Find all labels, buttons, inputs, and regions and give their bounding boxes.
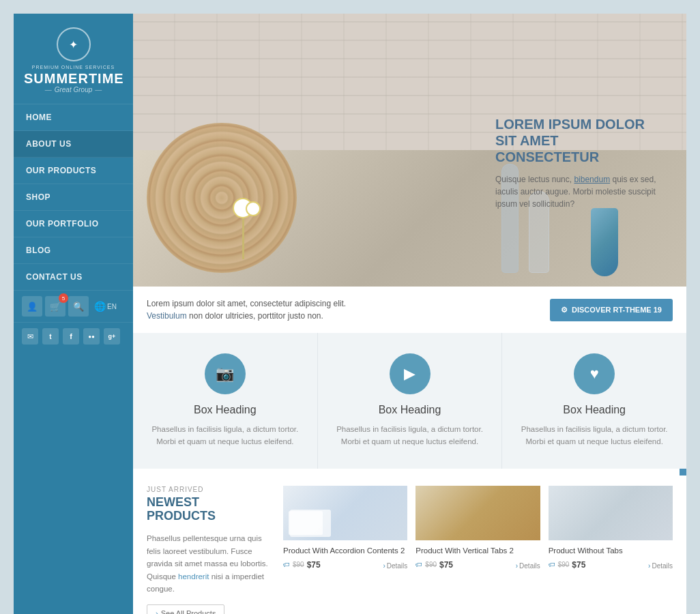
- new-price-2: $75: [439, 560, 453, 570]
- product-name-1: Product With Accordion Contents 2: [283, 546, 407, 556]
- old-price-3: $90: [558, 561, 570, 568]
- price-tag-icon-3: 🏷: [549, 561, 555, 568]
- nav-item-home[interactable]: HOME: [14, 104, 133, 131]
- features-section: 📷 Box Heading Phasellus in facilisis lig…: [133, 333, 686, 469]
- discover-button[interactable]: ⚙ DISCOVER RT-THEME 19: [550, 299, 673, 321]
- sidebar: PREMIUM ONLINE SERVICES SUMMERTIME Great…: [14, 14, 133, 614]
- googleplus-icon[interactable]: g+: [104, 328, 120, 345]
- just-arrived-label: JUST ARRIVED: [147, 486, 269, 493]
- see-all-button[interactable]: See All Products: [147, 604, 224, 614]
- logo-main-text: SUMMERTIME: [24, 71, 123, 86]
- hero-section: LOREM IPSUM DOLOR SIT AMET CONSECTETUR Q…: [133, 14, 686, 287]
- products-grid: Product With Accordion Contents 2 🏷 $90 …: [283, 486, 673, 614]
- logo-arc-text: PREMIUM ONLINE SERVICES: [24, 65, 123, 70]
- feature-text-3: Phasellus in facilisis ligula, a dictum …: [516, 423, 673, 448]
- new-price-1: $75: [307, 560, 321, 570]
- feature-heading-3: Box Heading: [516, 404, 673, 416]
- details-link-2[interactable]: Details: [516, 562, 540, 570]
- main-nav: HOME ABOUT US OUR PRODUCTS SHOP OUR PORT…: [14, 104, 133, 291]
- hero-text-box: LOREM IPSUM DOLOR SIT AMET CONSECTETUR Q…: [482, 102, 673, 224]
- nav-link-shop[interactable]: SHOP: [14, 184, 133, 211]
- flickr-icon[interactable]: ●●: [83, 328, 100, 345]
- nav-link-portfolio[interactable]: OUR PORTFOLIO: [14, 211, 133, 237]
- product-card-3: Product Without Tabs 🏷 $90 $75 Details: [549, 486, 673, 614]
- product-image-1: [283, 486, 407, 540]
- lang-label: EN: [107, 303, 117, 310]
- feature-box-2: ▶ Box Heading Phasellus in facilisis lig…: [318, 333, 503, 469]
- facebook-icon[interactable]: f: [63, 328, 79, 345]
- nav-item-portfolio[interactable]: OUR PORTFOLIO: [14, 211, 133, 237]
- logo-sub-text: Great Group: [24, 86, 123, 93]
- products-nav-dot: [680, 469, 686, 476]
- products-left-panel: JUST ARRIVED NEWEST PRODUCTS Phasellus p…: [147, 486, 269, 614]
- email-social-icon[interactable]: ✉: [22, 328, 38, 345]
- nav-link-about[interactable]: ABOUT US: [14, 131, 133, 158]
- logo-area: PREMIUM ONLINE SERVICES SUMMERTIME Great…: [14, 14, 133, 104]
- product-prices-3: 🏷 $90 $75: [549, 560, 586, 570]
- social-icons-bar: ✉ t f ●● g+: [14, 323, 133, 350]
- hero-title: LOREM IPSUM DOLOR SIT AMET CONSECTETUR: [495, 116, 659, 165]
- feature-text-1: Phasellus in facilisis ligula, a dictum …: [147, 423, 304, 448]
- nav-link-home[interactable]: HOME: [14, 104, 133, 131]
- old-price-2: $90: [425, 561, 437, 568]
- product-image-3: [549, 486, 673, 540]
- hero-bottom-text: Lorem ipsum dolor sit amet, consectetur …: [147, 297, 346, 322]
- products-description: Phasellus pellentesque urna quis felis l…: [147, 532, 269, 595]
- price-tag-icon-2: 🏷: [415, 561, 422, 568]
- newest-products-title: NEWEST PRODUCTS: [147, 496, 269, 523]
- feature-box-1: 📷 Box Heading Phasellus in facilisis lig…: [133, 333, 318, 469]
- new-price-3: $75: [572, 560, 585, 570]
- product-prices-1: 🏷 $90 $75: [283, 560, 321, 570]
- product-prices-2: 🏷 $90 $75: [415, 560, 453, 570]
- cart-badge: 5: [59, 293, 68, 303]
- product-card-1: Product With Accordion Contents 2 🏷 $90 …: [283, 486, 407, 614]
- nav-item-about[interactable]: ABOUT US: [14, 131, 133, 158]
- nav-item-contact[interactable]: CONTACT US: [14, 264, 133, 291]
- hero-bottom-bar: Lorem ipsum dolor sit amet, consectetur …: [133, 287, 686, 333]
- feature-heading-2: Box Heading: [332, 404, 488, 416]
- main-content: LOREM IPSUM DOLOR SIT AMET CONSECTETUR Q…: [133, 14, 686, 614]
- details-link-1[interactable]: Details: [383, 562, 407, 570]
- feature-box-3: ♥ Box Heading Phasellus in facilisis lig…: [502, 333, 686, 469]
- price-tag-icon-1: 🏷: [283, 561, 290, 568]
- feature-heart-icon: ♥: [574, 353, 615, 394]
- hero-bottom-post: non dolor ultricies, porttitor justo non…: [189, 311, 323, 321]
- language-selector[interactable]: 🌐 EN: [94, 301, 117, 312]
- flower-decoration: [242, 205, 244, 259]
- feature-video-icon: ▶: [390, 353, 431, 394]
- nav-item-products[interactable]: OUR PRODUCTS: [14, 158, 133, 184]
- details-link-3[interactable]: Details: [648, 562, 673, 570]
- sidebar-utility-bar: 👤 🛒 5 🔍 🌐 EN: [14, 291, 133, 323]
- hero-subtitle: Quisque lectus nunc, bibendum quis ex se…: [495, 173, 659, 210]
- cart-icon-btn[interactable]: 🛒 5: [45, 296, 65, 317]
- feature-camera-icon: 📷: [205, 353, 246, 394]
- twitter-icon[interactable]: t: [42, 328, 59, 345]
- hero-bottom-link[interactable]: Vestibulum: [147, 311, 187, 321]
- nav-item-blog[interactable]: BLOG: [14, 237, 133, 264]
- hero-bottom-main: Lorem ipsum dolor sit amet, consectetur …: [147, 299, 346, 308]
- product-price-row-1: 🏷 $90 $75 Details: [283, 560, 407, 572]
- nav-item-shop[interactable]: SHOP: [14, 184, 133, 211]
- product-price-row-3: 🏷 $90 $75 Details: [549, 560, 673, 572]
- products-section: JUST ARRIVED NEWEST PRODUCTS Phasellus p…: [133, 469, 686, 614]
- feature-text-2: Phasellus in facilisis ligula, a dictum …: [332, 423, 488, 448]
- wood-circle-decoration: [147, 123, 297, 273]
- old-price-1: $90: [293, 561, 304, 568]
- feature-heading-1: Box Heading: [147, 404, 304, 416]
- see-all-label: See All Products: [161, 609, 216, 614]
- product-name-2: Product With Vertical Tabs 2: [415, 546, 540, 556]
- globe-icon: 🌐: [94, 301, 106, 312]
- user-icon-btn[interactable]: 👤: [22, 296, 42, 317]
- nav-link-blog[interactable]: BLOG: [14, 237, 133, 264]
- product-card-2: Product With Vertical Tabs 2 🏷 $90 $75 D…: [415, 486, 540, 614]
- nav-link-products[interactable]: OUR PRODUCTS: [14, 158, 133, 184]
- product-image-2: [415, 486, 540, 540]
- products-section-wrapper: JUST ARRIVED NEWEST PRODUCTS Phasellus p…: [133, 469, 686, 614]
- hero-subtitle-link[interactable]: bibendum: [574, 175, 610, 184]
- products-desc-link[interactable]: hendrerit: [178, 572, 209, 581]
- discover-label: DISCOVER RT-THEME 19: [572, 306, 662, 314]
- discover-icon: ⚙: [561, 306, 568, 315]
- nav-link-contact[interactable]: CONTACT US: [14, 264, 133, 291]
- search-icon-btn[interactable]: 🔍: [68, 296, 89, 317]
- logo-icon: [57, 27, 91, 61]
